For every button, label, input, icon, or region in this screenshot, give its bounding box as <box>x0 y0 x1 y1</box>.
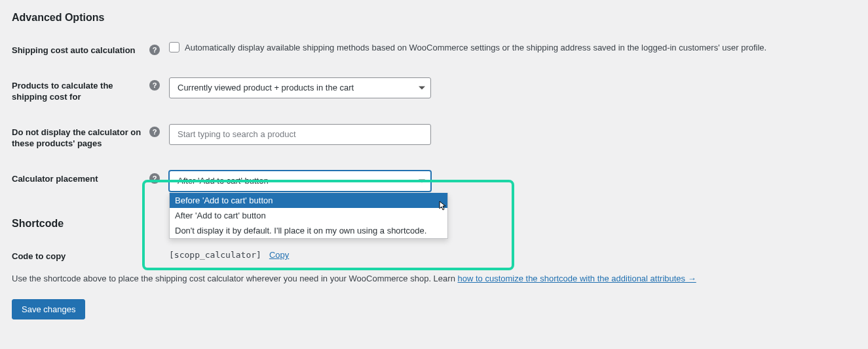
help-text-prefix: Use the shortcode above to place the shi… <box>12 274 457 283</box>
shortcode-help-text: Use the shortcode above to place the shi… <box>12 274 856 283</box>
shortcode-text: [scopp_calculator] <box>169 250 261 260</box>
cursor-icon <box>439 201 449 211</box>
chevron-down-icon <box>419 179 425 182</box>
exclude-products-label: Do not display the calculator on these p… <box>12 124 149 150</box>
help-icon[interactable]: ? <box>149 127 160 137</box>
products-calc-select[interactable]: Currently viewed product + products in t… <box>169 77 431 98</box>
placement-select[interactable]: After 'Add to cart' button <box>169 171 431 192</box>
exclude-products-input[interactable] <box>169 124 431 145</box>
shipping-auto-checkbox[interactable] <box>169 42 179 52</box>
help-icon[interactable]: ? <box>149 45 160 55</box>
products-calc-selected: Currently viewed product + products in t… <box>178 83 354 92</box>
code-to-copy-row: Code to copy [scopp_calculator] Copy <box>12 248 856 262</box>
products-calc-row: Products to calculate the shipping cost … <box>12 77 856 103</box>
save-button[interactable]: Save changes <box>12 299 85 319</box>
placement-row: Calculator placement ? After 'Add to car… <box>12 171 856 192</box>
help-icon[interactable]: ? <box>149 173 160 184</box>
shipping-auto-label: Shipping cost auto calculation <box>12 42 149 56</box>
placement-selected: After 'Add to cart' button <box>178 176 269 186</box>
advanced-options-heading: Advanced Options <box>12 12 856 24</box>
products-calc-label: Products to calculate the shipping cost … <box>12 77 149 103</box>
copy-link[interactable]: Copy <box>269 250 289 260</box>
shipping-auto-description: Automatically display available shipping… <box>185 43 766 52</box>
placement-label: Calculator placement <box>12 171 149 185</box>
help-icon[interactable]: ? <box>149 80 160 91</box>
shipping-auto-row: Shipping cost auto calculation ? Automat… <box>12 42 856 56</box>
help-link[interactable]: how to customize the shortcode with the … <box>457 274 696 283</box>
chevron-down-icon <box>419 86 425 89</box>
dropdown-option-after[interactable]: After 'Add to cart' button <box>170 208 447 223</box>
code-to-copy-label: Code to copy <box>12 248 149 262</box>
placement-dropdown: Before 'Add to cart' button After 'Add t… <box>169 193 448 239</box>
exclude-products-row: Do not display the calculator on these p… <box>12 124 856 150</box>
dropdown-option-before[interactable]: Before 'Add to cart' button <box>170 193 447 208</box>
dropdown-option-shortcode[interactable]: Don't display it by default. I'll place … <box>170 223 447 238</box>
settings-panel: Advanced Options Shipping cost auto calc… <box>12 12 856 319</box>
